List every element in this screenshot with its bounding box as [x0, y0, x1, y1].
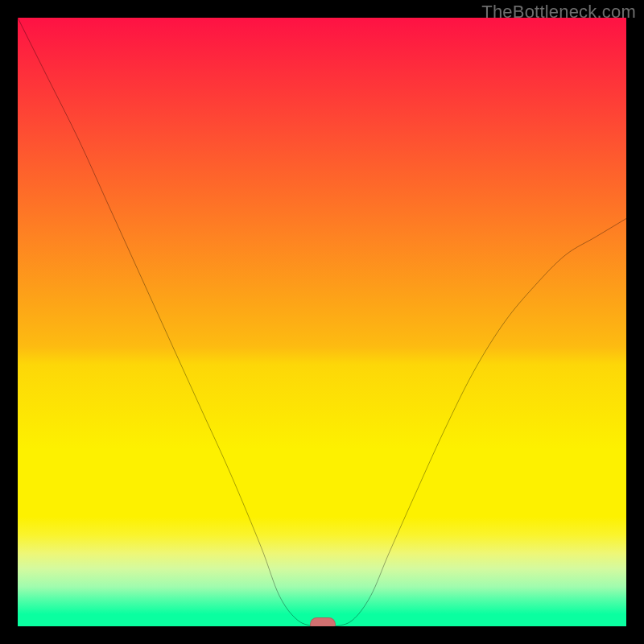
plot-area	[18, 18, 626, 626]
watermark-text: TheBottleneck.com	[481, 2, 636, 23]
chart-frame: TheBottleneck.com	[0, 0, 644, 644]
bottleneck-curve	[18, 18, 626, 626]
optimal-point-marker	[310, 617, 336, 626]
